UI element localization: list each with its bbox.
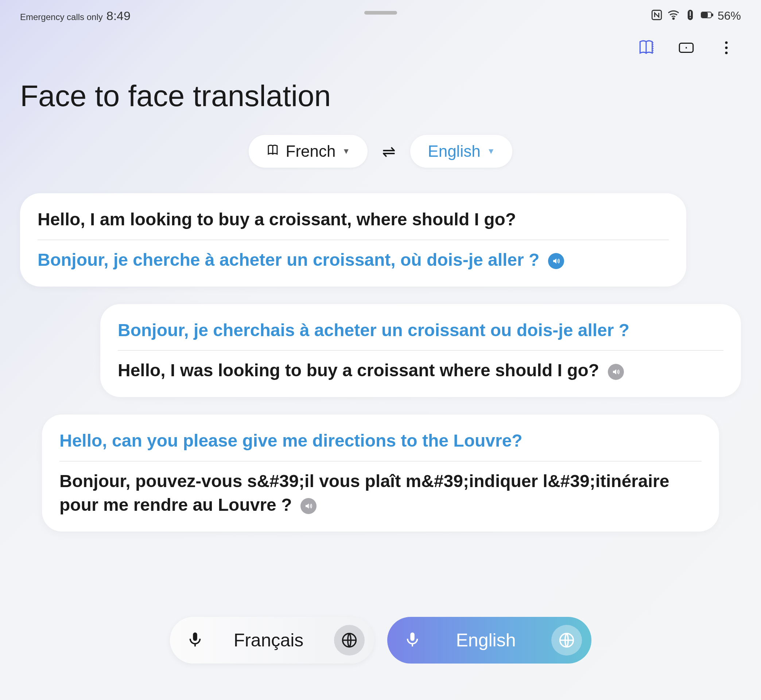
message-translated-text: Bonjour, je cherche à acheter un croissa… xyxy=(38,248,669,272)
chevron-down-icon: ▼ xyxy=(342,147,350,156)
status-bar: Emergency calls only 8:49 56% xyxy=(0,0,761,28)
device-icon[interactable] xyxy=(677,39,695,57)
svg-point-1 xyxy=(673,18,674,19)
message-bubble: Bonjour, je cherchais à acheter un crois… xyxy=(100,304,741,397)
message-original-text: Hello, can you please give me directions… xyxy=(59,429,702,461)
keyboard-button[interactable] xyxy=(334,625,365,656)
svg-rect-3 xyxy=(690,11,691,16)
input-bar: Français English xyxy=(0,617,761,664)
keyboard-button[interactable] xyxy=(551,625,582,656)
book-small-icon xyxy=(266,142,279,161)
header-icons xyxy=(0,28,761,64)
swap-languages-button[interactable]: ⇌ xyxy=(382,142,395,161)
microphone-icon xyxy=(404,631,421,649)
notch-handle xyxy=(364,11,397,14)
svg-point-12 xyxy=(725,47,728,49)
svg-rect-4 xyxy=(690,17,691,18)
message-original-text: Bonjour, je cherchais à acheter un crois… xyxy=(118,319,723,350)
source-language-label: French xyxy=(286,142,336,161)
emergency-text: Emergency calls only xyxy=(20,12,103,22)
source-language-selector[interactable]: French ▼ xyxy=(249,135,368,168)
divider xyxy=(118,350,723,351)
speak-english-button[interactable]: English xyxy=(387,617,591,664)
target-language-label: English xyxy=(428,142,480,161)
message-translated-text: Bonjour, pouvez-vous s&#39;il vous plaît… xyxy=(59,470,702,517)
wifi-icon xyxy=(667,9,680,23)
speaker-icon[interactable] xyxy=(300,498,317,514)
status-right: 56% xyxy=(650,9,741,23)
divider xyxy=(59,461,702,462)
input-language-label: Français xyxy=(218,630,319,651)
chevron-down-icon: ▼ xyxy=(487,147,495,156)
microphone-icon xyxy=(187,631,203,649)
book-icon[interactable] xyxy=(637,39,655,57)
svg-point-13 xyxy=(725,52,728,54)
divider xyxy=(38,239,669,240)
conversation: Hello, I am looking to buy a croissant, … xyxy=(0,193,761,531)
speaker-icon[interactable] xyxy=(608,364,624,380)
svg-rect-6 xyxy=(712,14,713,16)
alert-icon xyxy=(684,9,697,23)
target-language-selector[interactable]: English ▼ xyxy=(410,135,512,168)
more-menu-icon[interactable] xyxy=(717,39,736,57)
message-original-text: Hello, I am looking to buy a croissant, … xyxy=(38,208,669,239)
battery-pct: 56% xyxy=(717,9,741,23)
svg-point-11 xyxy=(725,42,728,44)
status-left: Emergency calls only 8:49 xyxy=(20,9,131,23)
svg-rect-18 xyxy=(410,633,415,641)
message-bubble: Hello, I am looking to buy a croissant, … xyxy=(20,193,686,287)
input-language-label: English xyxy=(435,630,537,651)
message-bubble: Hello, can you please give me directions… xyxy=(42,414,719,531)
svg-rect-14 xyxy=(193,633,197,641)
speak-french-button[interactable]: Français xyxy=(170,617,374,664)
message-translated-text: Hello, I was looking to buy a croissant … xyxy=(118,359,723,383)
page-title: Face to face translation xyxy=(0,64,761,135)
speaker-icon[interactable] xyxy=(548,253,564,269)
svg-rect-7 xyxy=(702,13,707,17)
clock-time: 8:49 xyxy=(106,9,131,23)
nfc-icon xyxy=(650,9,663,23)
battery-icon xyxy=(701,9,713,23)
language-selector-row: French ▼ ⇌ English ▼ xyxy=(0,135,761,168)
